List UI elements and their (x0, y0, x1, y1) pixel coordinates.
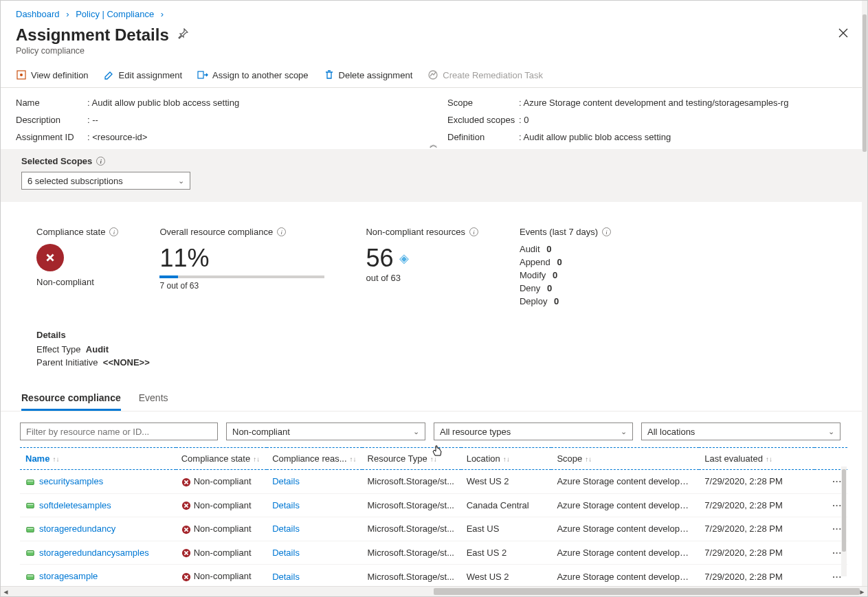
th-location[interactable]: Location↑↓ (461, 448, 552, 470)
svg-point-1 (20, 74, 23, 76)
effect-type-value: Audit (86, 344, 109, 354)
noncompliant-title: Non-compliant resources (366, 227, 465, 237)
info-icon[interactable]: i (96, 157, 105, 166)
table-row: softdeletesamples Non-compliant Details … (20, 493, 847, 517)
vertical-scrollbar[interactable] (862, 1, 867, 586)
view-definition-button[interactable]: View definition (16, 69, 89, 80)
compliance-state-value: Non-compliant (36, 277, 118, 287)
compliance-state-cell: Non-compliant (194, 476, 252, 486)
filter-locations-dropdown[interactable]: All locations⌄ (641, 423, 841, 440)
sort-icon: ↑↓ (503, 455, 510, 463)
resource-link[interactable]: storageredundancy (39, 523, 115, 534)
scope-cell: Azure Storage content developme... (551, 493, 699, 517)
breadcrumb: Dashboard › Policy | Compliance › (1, 1, 867, 25)
compliance-reason-details-link[interactable]: Details (272, 500, 300, 510)
chevron-right-icon: › (161, 9, 164, 19)
page-subtitle: Policy compliance (1, 45, 867, 65)
compliance-state-cell: Non-compliant (194, 500, 252, 510)
resource-link[interactable]: softdeletesamples (39, 500, 111, 510)
last-evaluated-cell: 7/29/2020, 2:28 PM (699, 517, 814, 541)
compliance-state-block: Compliance statei Non-compliant (36, 227, 118, 287)
filter-state-dropdown[interactable]: Non-compliant⌄ (226, 423, 425, 440)
events-title: Events (last 7 days) (520, 227, 598, 237)
noncompliant-count: 56 (366, 244, 393, 273)
th-resource-type[interactable]: Resource Type↑↓ (362, 448, 461, 470)
view-definition-label: View definition (31, 70, 89, 80)
page-title: Assignment Details (16, 25, 169, 45)
create-remediation-button: Create Remediation Task (427, 69, 543, 80)
compliance-reason-details-link[interactable]: Details (272, 548, 300, 558)
horizontal-scrollbar[interactable]: ◄ ► (1, 586, 867, 596)
prop-scope-value: Azure Storage content development and te… (519, 98, 852, 108)
resource-link[interactable]: securitysamples (39, 476, 103, 486)
last-evaluated-cell: 7/29/2020, 2:28 PM (699, 493, 814, 517)
resource-type-cell: Microsoft.Storage/st... (362, 565, 461, 587)
tabs: Resource compliance Events (1, 384, 867, 412)
assign-scope-button[interactable]: Assign to another scope (197, 69, 308, 80)
info-icon[interactable]: i (602, 227, 611, 236)
resource-link[interactable]: storagesample (39, 571, 98, 581)
location-cell: West US 2 (461, 565, 552, 587)
filter-resource-types-value: All resource types (440, 427, 511, 437)
info-icon[interactable]: i (109, 227, 118, 236)
compliance-reason-details-link[interactable]: Details (272, 476, 300, 486)
prop-name-label: Name (16, 98, 85, 108)
sort-icon: ↑↓ (350, 455, 357, 463)
th-scope[interactable]: Scope↑↓ (551, 448, 699, 470)
filter-resource-types-dropdown[interactable]: All resource types⌄ (434, 423, 633, 440)
non-compliant-icon (181, 501, 191, 510)
selected-scopes-label: Selected Scopes (21, 156, 92, 166)
th-last-evaluated[interactable]: Last evaluated↑↓ (699, 448, 814, 470)
filter-locations-value: All locations (647, 427, 695, 437)
resource-icon (25, 548, 35, 558)
th-name[interactable]: Name↑↓ (20, 448, 176, 470)
resource-icon (25, 525, 35, 534)
parent-initiative-value: <<NONE>> (103, 357, 150, 368)
tab-resource-compliance[interactable]: Resource compliance (21, 388, 121, 411)
non-compliant-icon (36, 244, 64, 271)
prop-definition-label: Definition (447, 132, 516, 142)
scroll-left-arrow[interactable]: ◄ (1, 588, 11, 596)
sort-icon: ↑↓ (585, 455, 592, 463)
create-remediation-label: Create Remediation Task (443, 70, 543, 80)
breadcrumb-dashboard[interactable]: Dashboard (16, 9, 60, 19)
prop-excluded-value: 0 (519, 115, 852, 125)
resource-type-cell: Microsoft.Storage/st... (362, 493, 461, 517)
stats-row: Compliance statei Non-compliant Overall … (1, 202, 867, 323)
scope-cell: Azure Storage content developme... (551, 565, 699, 587)
prop-description-label: Description (16, 115, 85, 125)
scope-cell: Azure Storage content developme... (551, 470, 699, 494)
pin-icon[interactable] (177, 28, 188, 41)
prop-assignment-id-label: Assignment ID (16, 132, 85, 142)
cube-icon: ◈ (399, 251, 409, 266)
filter-name-input[interactable] (20, 423, 218, 440)
compliance-reason-details-link[interactable]: Details (272, 523, 300, 534)
overall-compliance-title: Overall resource compliance (159, 227, 273, 237)
delete-assignment-button[interactable]: Delete assignment (324, 69, 413, 80)
filter-state-value: Non-compliant (232, 427, 290, 437)
breadcrumb-policy-compliance[interactable]: Policy | Compliance (76, 9, 154, 19)
table-vertical-scrollbar[interactable] (841, 466, 847, 576)
svg-rect-15 (27, 552, 34, 553)
compliance-reason-details-link[interactable]: Details (272, 572, 300, 582)
prop-excluded-label: Excluded scopes (447, 115, 516, 125)
effect-type-label: Effect Type (36, 344, 81, 354)
th-compliance-reason[interactable]: Compliance reas...↑↓ (267, 448, 361, 470)
event-item: Audit 0 (520, 244, 611, 254)
tab-events[interactable]: Events (139, 388, 168, 411)
sort-icon: ↑↓ (253, 455, 260, 463)
resource-type-cell: Microsoft.Storage/st... (362, 517, 461, 541)
close-button[interactable] (835, 25, 852, 45)
compliance-state-cell: Non-compliant (194, 548, 252, 558)
edit-assignment-button[interactable]: Edit assignment (104, 69, 183, 80)
table-row: securitysamples Non-compliant Details Mi… (20, 470, 847, 494)
events-block: Events (last 7 days)i Audit 0Append 0Mod… (520, 227, 611, 309)
th-compliance-state[interactable]: Compliance state↑↓ (176, 448, 267, 470)
non-compliant-icon (181, 572, 191, 582)
resource-link[interactable]: storageredundancysamples (39, 548, 149, 558)
info-icon[interactable]: i (469, 227, 478, 236)
collapse-chevron-icon[interactable]: ︽ (430, 139, 438, 150)
selected-scopes-dropdown[interactable]: 6 selected subscriptions ⌄ (21, 172, 190, 190)
info-icon[interactable]: i (277, 227, 286, 236)
table-row: storagesample Non-compliant Details Micr… (20, 565, 847, 587)
